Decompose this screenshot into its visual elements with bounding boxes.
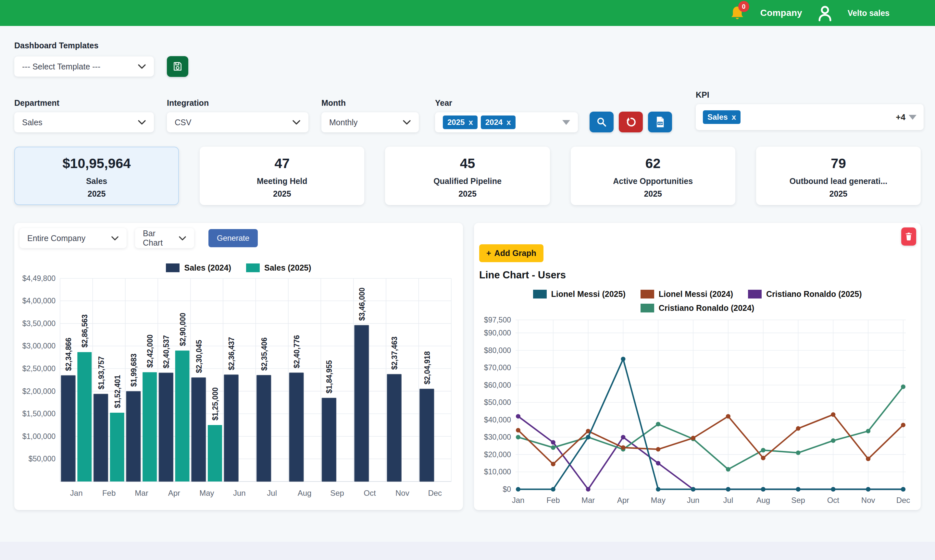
svg-text:Mar: Mar: [581, 496, 595, 505]
year-tag-2025[interactable]: 2025 x: [443, 115, 478, 129]
month-label: Month: [321, 98, 419, 108]
generate-button[interactable]: Generate: [208, 229, 258, 247]
svg-text:Aug: Aug: [298, 489, 312, 497]
kpi-card[interactable]: 79Outbound lead generati...2025: [756, 147, 921, 205]
legend-swatch: [748, 290, 762, 298]
templates-section: Dashboard Templates --- Select Template …: [14, 26, 921, 77]
svg-text:Apr: Apr: [617, 496, 629, 505]
dashboard-page: 0 Company Velto sales Dashboard Template…: [0, 0, 935, 560]
svg-text:$80,000: $80,000: [484, 346, 511, 355]
bottom-strip: [0, 542, 935, 560]
svg-text:$2,04,918: $2,04,918: [423, 351, 431, 385]
legend-item[interactable]: Cristiano Ronaldo (2024): [641, 303, 755, 313]
legend-item[interactable]: Cristiano Ronaldo (2025): [748, 289, 862, 299]
svg-text:Dec: Dec: [428, 489, 442, 497]
chevron-down-icon: [138, 64, 146, 69]
year-tag-label: 2025: [447, 118, 465, 127]
company-label[interactable]: Company: [760, 8, 802, 18]
department-select[interactable]: Sales: [14, 112, 154, 132]
svg-text:$2,37,463: $2,37,463: [390, 337, 399, 369]
svg-text:Oct: Oct: [364, 489, 376, 497]
year-tag-remove-icon[interactable]: x: [468, 118, 473, 127]
add-graph-label: Add Graph: [494, 249, 536, 258]
svg-text:$1,25,000: $1,25,000: [211, 388, 219, 420]
kpi-card-year: 2025: [644, 189, 662, 198]
year-tag-2024[interactable]: 2024 x: [481, 115, 516, 129]
export-pdf-button[interactable]: PDF: [648, 112, 672, 132]
legend-swatch: [641, 290, 654, 298]
svg-text:$10,000: $10,000: [484, 468, 511, 476]
username-label[interactable]: Velto sales: [848, 8, 890, 18]
template-select[interactable]: --- Select Template ---: [14, 57, 154, 77]
legend-label: Cristiano Ronaldo (2025): [766, 289, 862, 299]
reset-button[interactable]: [619, 112, 643, 132]
save-template-button[interactable]: [167, 56, 188, 77]
month-value: Monthly: [329, 118, 358, 127]
department-label: Department: [14, 98, 154, 108]
search-button[interactable]: [590, 112, 614, 132]
svg-text:$70,000: $70,000: [484, 363, 511, 372]
kpi-card-label: Qualified Pipeline: [433, 177, 502, 186]
kpi-more-dropdown[interactable]: +4: [896, 112, 917, 122]
svg-text:$2,40,537: $2,40,537: [162, 335, 171, 368]
svg-text:$4,00,000: $4,00,000: [22, 297, 55, 305]
chart-type-select[interactable]: Bar Chart: [135, 228, 194, 248]
svg-text:Feb: Feb: [102, 489, 116, 497]
svg-text:Jul: Jul: [723, 496, 733, 505]
kpi-more-count: +4: [896, 112, 906, 122]
rotate-ccw-icon: [625, 116, 637, 128]
chevron-down-icon: [292, 120, 300, 125]
month-select[interactable]: Monthly: [321, 112, 419, 132]
department-value: Sales: [22, 118, 43, 127]
svg-text:$3,00,000: $3,00,000: [22, 342, 55, 350]
legend-item[interactable]: Sales (2024): [166, 263, 231, 272]
trash-icon: [904, 232, 913, 242]
integration-select[interactable]: CSV: [167, 112, 308, 132]
bar-chart-controls: Entire Company Bar Chart Generate: [20, 228, 458, 248]
line-chart-legend-row1: Lionel Messi (2025)Lionel Messi (2024)Cr…: [479, 289, 915, 299]
pdf-file-icon: PDF: [655, 116, 665, 128]
svg-text:Aug: Aug: [756, 496, 770, 505]
delete-graph-button[interactable]: [901, 228, 916, 246]
svg-text:Jul: Jul: [267, 489, 277, 497]
line-chart-legend-row2: Cristiano Ronaldo (2024): [479, 303, 915, 313]
svg-text:$2,35,406: $2,35,406: [260, 337, 268, 371]
kpi-card[interactable]: 45Qualified Pipeline2025: [385, 147, 550, 205]
svg-text:$2,50,000: $2,50,000: [22, 365, 55, 373]
kpi-card-label: Outbound lead generati...: [790, 177, 887, 186]
kpi-label: KPI: [696, 90, 924, 100]
svg-text:May: May: [651, 496, 665, 505]
svg-text:$90,000: $90,000: [484, 329, 511, 337]
kpi-card[interactable]: 47Meeting Held2025: [200, 147, 364, 205]
svg-text:$1,52,401: $1,52,401: [113, 375, 122, 408]
chevron-down-icon: [111, 236, 119, 241]
chevron-down-icon: [179, 236, 186, 241]
year-multiselect[interactable]: 2025 x 2024 x: [435, 112, 578, 132]
legend-item[interactable]: Sales (2025): [246, 263, 311, 272]
user-avatar-icon[interactable]: [816, 4, 833, 22]
kpi-select-section: KPI Sales x +4: [696, 90, 924, 130]
chart-type-value: Bar Chart: [143, 229, 173, 248]
kpi-card[interactable]: 62Active Opportunities2025: [571, 147, 735, 205]
svg-text:Sep: Sep: [791, 496, 805, 505]
year-tag-remove-icon[interactable]: x: [507, 118, 511, 127]
kpi-card[interactable]: $10,95,964Sales2025: [14, 147, 179, 205]
kpi-tag-remove-icon[interactable]: x: [732, 112, 736, 122]
legend-item[interactable]: Lionel Messi (2024): [641, 289, 733, 299]
notification-bell-button[interactable]: 0: [729, 3, 746, 22]
kpi-tag-sales[interactable]: Sales x: [703, 110, 741, 124]
svg-text:$3,50,000: $3,50,000: [22, 319, 55, 328]
kpi-multiselect[interactable]: Sales x +4: [696, 104, 924, 130]
legend-item[interactable]: Lionel Messi (2025): [533, 289, 625, 299]
svg-text:$97,500: $97,500: [484, 316, 511, 324]
bar-chart-legend: Sales (2024)Sales (2025): [20, 263, 458, 272]
templates-label: Dashboard Templates: [14, 41, 921, 50]
kpi-card-year: 2025: [829, 189, 848, 198]
legend-swatch: [641, 304, 654, 312]
scope-select[interactable]: Entire Company: [20, 228, 126, 248]
svg-text:$2,40,776: $2,40,776: [293, 335, 301, 368]
svg-text:Jun: Jun: [233, 489, 246, 497]
svg-text:$2,36,437: $2,36,437: [227, 337, 236, 370]
svg-text:$4,49,800: $4,49,800: [22, 274, 55, 283]
add-graph-button[interactable]: + Add Graph: [479, 244, 544, 262]
